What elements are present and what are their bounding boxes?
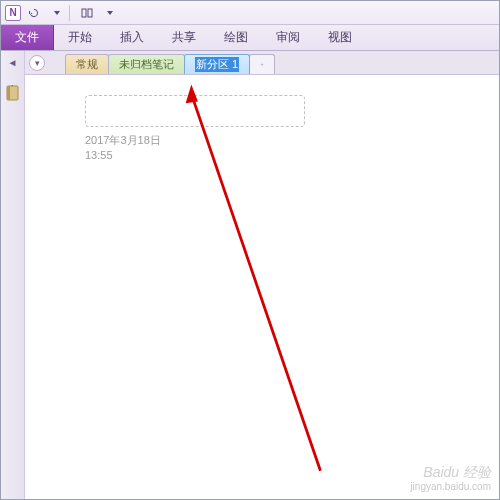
touch-mode-button[interactable] bbox=[78, 4, 96, 22]
qat-customize[interactable] bbox=[100, 4, 118, 22]
ribbon-tab-home[interactable]: 开始 bbox=[54, 25, 106, 50]
touch-icon bbox=[81, 7, 93, 19]
file-tab[interactable]: 文件 bbox=[1, 25, 54, 50]
svg-rect-0 bbox=[82, 9, 86, 17]
page-time: 13:55 bbox=[85, 148, 499, 163]
notebook-icon[interactable] bbox=[4, 84, 22, 102]
expand-nav-button[interactable]: ▾ bbox=[29, 55, 45, 71]
main-area: ▾ 常规 未归档笔记 新分区 1 2017年3月18日 13:55 bbox=[25, 51, 499, 499]
separator bbox=[69, 5, 70, 21]
undo-icon bbox=[28, 7, 40, 19]
add-section-button[interactable] bbox=[249, 54, 275, 74]
section-tab-unfiled[interactable]: 未归档笔记 bbox=[108, 54, 185, 74]
section-tab-strip: ▾ 常规 未归档笔记 新分区 1 bbox=[25, 51, 499, 75]
page-meta: 2017年3月18日 13:55 bbox=[85, 133, 499, 164]
ribbon-tab-insert[interactable]: 插入 bbox=[106, 25, 158, 50]
page-date: 2017年3月18日 bbox=[85, 133, 499, 148]
section-tab-new-editing[interactable]: 新分区 1 bbox=[184, 54, 250, 74]
app-window: N 文件 开始 插入 共享 绘图 审阅 视图 ◄ 个人 ▾ bbox=[0, 0, 500, 500]
sparkle-icon bbox=[260, 60, 264, 70]
chevron-down-icon bbox=[54, 11, 60, 15]
section-name-input[interactable]: 新分区 1 bbox=[195, 57, 239, 72]
ribbon-tab-review[interactable]: 审阅 bbox=[262, 25, 314, 50]
ribbon-tab-share[interactable]: 共享 bbox=[158, 25, 210, 50]
page-title-input[interactable] bbox=[85, 95, 305, 127]
body: ◄ 个人 ▾ 常规 未归档笔记 新分区 1 2017年3月18日 bbox=[1, 51, 499, 499]
onenote-app-icon: N bbox=[5, 5, 21, 21]
ribbon-tab-draw[interactable]: 绘图 bbox=[210, 25, 262, 50]
chevron-down-icon bbox=[107, 11, 113, 15]
ribbon: 文件 开始 插入 共享 绘图 审阅 视图 bbox=[1, 25, 499, 51]
chevron-left-icon[interactable]: ◄ bbox=[8, 57, 18, 68]
watermark-brand: Baidu 经验 bbox=[410, 464, 491, 481]
notebook-sidebar: ◄ 个人 bbox=[1, 51, 25, 499]
svg-rect-1 bbox=[88, 9, 92, 17]
watermark: Baidu 经验 jingyan.baidu.com bbox=[410, 464, 491, 493]
ribbon-tab-view[interactable]: 视图 bbox=[314, 25, 366, 50]
undo-button[interactable] bbox=[25, 4, 43, 22]
page-canvas[interactable]: 2017年3月18日 13:55 Baidu 经验 jingyan.baidu.… bbox=[25, 75, 499, 499]
svg-rect-3 bbox=[7, 86, 10, 100]
section-tab-regular[interactable]: 常规 bbox=[65, 54, 109, 74]
watermark-url: jingyan.baidu.com bbox=[410, 481, 491, 493]
qat-dropdown[interactable] bbox=[47, 4, 65, 22]
title-bar: N bbox=[1, 1, 499, 25]
